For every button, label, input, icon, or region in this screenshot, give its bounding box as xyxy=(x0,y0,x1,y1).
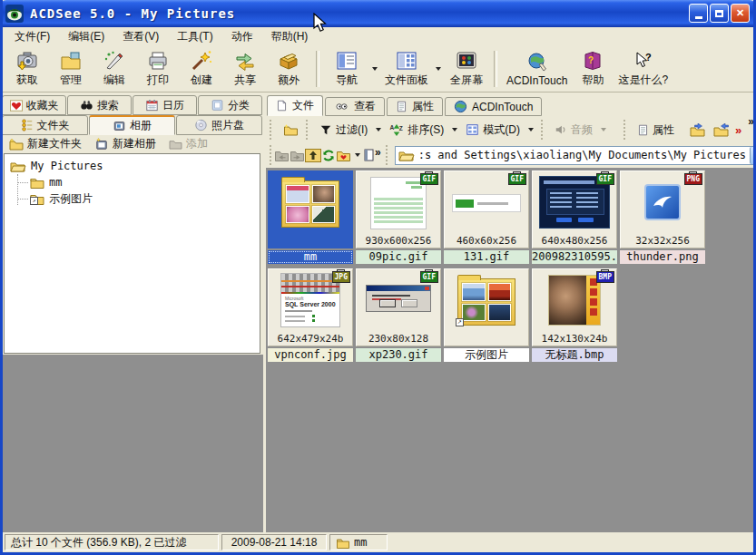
tab-albums[interactable]: 相册 xyxy=(89,115,175,135)
edit-button[interactable]: 编辑 xyxy=(93,47,136,91)
back-folder-icon xyxy=(274,149,290,161)
menu-file[interactable]: 文件(F) xyxy=(5,27,59,46)
tab-view[interactable]: 查看 xyxy=(325,97,385,116)
file-pane-dropdown-caret-icon[interactable] xyxy=(436,67,441,71)
new-album-button[interactable]: 新建相册 xyxy=(94,136,156,151)
share-label: 共享 xyxy=(234,73,256,88)
file-item-xp230[interactable]: GIF 230x80x128 xp230.gif xyxy=(356,268,441,362)
tab-file[interactable]: 文件 xyxy=(267,95,323,116)
file-name: 09pic.gif xyxy=(356,250,441,264)
favorites-dropdown-caret-icon xyxy=(355,153,360,157)
folder-thumbnail-art: ↗ xyxy=(457,278,515,326)
share-button[interactable]: 共享 xyxy=(223,47,267,91)
tab-photodiscs[interactable]: 照片盘 xyxy=(176,115,262,135)
menu-actions[interactable]: 动作 xyxy=(222,27,262,46)
file-type-badge: PNG xyxy=(684,173,702,185)
file-item-09pic[interactable]: GIF 930x600x256 09pic.gif xyxy=(356,170,441,264)
file-name: mm xyxy=(268,250,353,264)
up-folder-button[interactable] xyxy=(305,145,321,165)
move-to-folder-button[interactable] xyxy=(710,122,732,139)
properties-button[interactable]: 属性 xyxy=(633,121,678,140)
file-item-sample-pictures[interactable]: ↗ 示例图片 xyxy=(444,268,529,362)
describe-panel-button[interactable] xyxy=(364,145,375,165)
whats-this-cursor-icon: ? xyxy=(632,50,655,72)
image-dimensions: 142x130x24b xyxy=(533,333,616,345)
file-item-2009823[interactable]: GIF 640x480x256 200982310595... xyxy=(532,170,617,264)
navigation-dropdown-caret-icon[interactable] xyxy=(372,67,378,71)
new-folder-button[interactable]: 新建文件夹 xyxy=(9,136,82,151)
tree-item-mm[interactable]: mm xyxy=(5,174,260,190)
image-dimensions: 930x600x256 xyxy=(357,235,440,247)
navigation-pane-button[interactable]: 导航 xyxy=(325,47,368,91)
manage-button[interactable]: 管理 xyxy=(49,47,93,91)
tab-calendar[interactable]: 日历 xyxy=(133,95,197,115)
menu-edit[interactable]: 编辑(E) xyxy=(59,27,113,46)
whats-this-button[interactable]: ? 这是什么? xyxy=(614,47,672,91)
tab-properties[interactable]: 属性 xyxy=(387,97,443,116)
globe-icon xyxy=(454,100,467,113)
copy-to-folder-button[interactable] xyxy=(686,122,709,139)
tab-favorites[interactable]: 收藏夹 xyxy=(2,95,66,115)
toolbar-grip[interactable] xyxy=(270,120,276,140)
extras-button[interactable]: 额外 xyxy=(267,47,310,91)
share-arrows-icon xyxy=(233,50,257,72)
maximize-button[interactable] xyxy=(710,4,729,23)
sort-dropdown-caret-icon[interactable] xyxy=(452,128,457,131)
address-combobox[interactable]: :s and Settings\xiaoliang\My Documents\M… xyxy=(395,146,756,165)
menu-tools[interactable]: 工具(T) xyxy=(168,27,221,46)
mode-button[interactable]: 模式(D) xyxy=(462,121,524,140)
tab-folders[interactable]: 文件夹 xyxy=(2,115,88,135)
sort-button[interactable]: A Z 排序(S) xyxy=(386,121,447,140)
address-path-text[interactable]: :s and Settings\xiaoliang\My Documents\M… xyxy=(418,149,746,161)
tab-search[interactable]: 搜索 xyxy=(67,95,132,115)
file-item-131[interactable]: GIF 460x60x256 131.gif xyxy=(444,170,529,264)
back-button[interactable] xyxy=(274,145,290,165)
tree-item-sample-pictures[interactable]: ↗ 示例图片 xyxy=(5,190,260,207)
tree-item-my-pictures[interactable]: My Pictures xyxy=(5,158,260,174)
tab-albums-label: 相册 xyxy=(130,118,152,133)
toolbar-grip[interactable] xyxy=(270,145,271,165)
new-folder-icon xyxy=(283,123,299,136)
print-button[interactable]: 打印 xyxy=(136,47,180,91)
manage-folder-icon xyxy=(59,50,83,72)
file-item-mm[interactable]: mm xyxy=(268,170,353,264)
acquire-button[interactable]: 获取 xyxy=(5,47,49,91)
tab-acdintouch[interactable]: ACDInTouch xyxy=(445,97,542,116)
file-pane-button[interactable]: 文件面板 xyxy=(381,47,432,91)
refresh-button[interactable] xyxy=(321,145,336,165)
add-button[interactable]: 添加 xyxy=(169,136,208,151)
nav-overflow-chevron[interactable]: » xyxy=(375,146,381,159)
forward-button[interactable] xyxy=(290,145,305,165)
filter-button[interactable]: 过滤(I) xyxy=(316,121,371,140)
filter-dropdown-caret-icon[interactable] xyxy=(376,128,381,131)
rotate-icon[interactable]: » xyxy=(733,123,743,137)
address-dropdown-button[interactable] xyxy=(750,147,756,164)
toolbar-overflow-chevron[interactable]: » xyxy=(748,115,754,128)
file-list[interactable]: mm GIF 930x600x256 09pic.gif GIF 460x60x… xyxy=(266,168,754,532)
file-item-vpnconf[interactable]: Microsoft SQL Server 2000 JPG 642x479x24… xyxy=(268,268,353,362)
favorites-button[interactable] xyxy=(336,145,364,165)
close-button[interactable]: ✕ xyxy=(731,4,750,23)
audio-button[interactable]: 音频 xyxy=(551,121,596,140)
mode-dropdown-caret-icon[interactable] xyxy=(528,128,534,131)
minimize-button[interactable] xyxy=(689,4,708,23)
file-item-untitled-bmp[interactable]: BMP 142x130x24b 无标题.bmp xyxy=(532,268,617,362)
edit-pencil-icon xyxy=(103,50,126,72)
file-name: xp230.gif xyxy=(356,348,441,362)
create-button[interactable]: 创建 xyxy=(180,47,223,91)
file-item-thunder[interactable]: PNG 32x32x256 thunder.png xyxy=(620,170,705,264)
menu-view[interactable]: 查看(V) xyxy=(113,27,168,46)
toolbar-grip xyxy=(541,120,547,140)
tab-categories[interactable]: 分类 xyxy=(198,95,262,115)
edit-label: 编辑 xyxy=(103,73,125,88)
calendar-icon xyxy=(145,99,159,112)
acdintouch-button[interactable]: ACDInTouch xyxy=(503,47,571,91)
file-type-badge: GIF xyxy=(420,271,438,283)
tab-acdintouch-label: ACDInTouch xyxy=(472,101,533,113)
file-name: 200982310595... xyxy=(532,250,617,264)
help-button[interactable]: ? 帮助 xyxy=(571,47,614,91)
fullscreen-button[interactable]: 全屏幕 xyxy=(445,47,488,91)
tree-item-label: mm xyxy=(49,176,62,189)
menu-help[interactable]: 帮助(H) xyxy=(262,27,318,46)
new-folder-small-button[interactable] xyxy=(280,122,302,138)
